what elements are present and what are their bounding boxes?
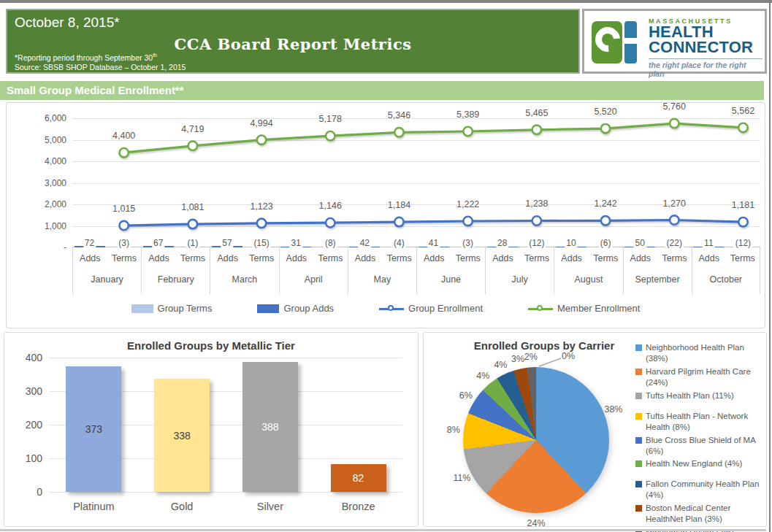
y-axis-tick: 200	[10, 419, 42, 431]
terms-value-label: (6)	[599, 238, 613, 248]
pie-legend-label: Blue Cross Blue Shield of MA (6%)	[646, 435, 764, 457]
top-edge-strip	[0, 0, 772, 3]
gridline	[50, 358, 402, 358]
pie-slice-label: 24%	[527, 518, 545, 528]
member-enrollment-label: 5,760	[663, 101, 686, 112]
member-enrollment-label: 5,520	[594, 107, 616, 117]
adds-value-label: 50	[633, 238, 646, 248]
metallic-tier-bar-chart: Enrolled Groups by Metallic Tier 4003002…	[4, 332, 419, 527]
y-axis-tick: -	[28, 242, 66, 252]
enrollment-combo-chart: 6,0005,0004,0003,0002,0001,000-72(3)67(1…	[6, 102, 765, 328]
pie-slice-label: 3%	[511, 354, 524, 364]
month-label: September	[624, 274, 692, 285]
carrier-chart-title: Enrolled Groups by Carrier	[424, 339, 665, 352]
month-cell: AddsTermsApril	[279, 247, 348, 294]
legend-item-group-enrollment: Group Enrollment	[379, 303, 483, 314]
sub-label-adds: Adds	[698, 253, 719, 263]
member-enrollment-label: 4,400	[112, 131, 135, 141]
month-label: August	[554, 274, 622, 285]
legend-label: Group Enrollment	[408, 303, 483, 314]
pie-legend-label: Harvard Pilgrim Health Care (24%)	[646, 366, 764, 388]
sub-label-adds: Adds	[286, 253, 307, 263]
legend-label: Member Enrollment	[557, 303, 640, 314]
member-enrollment-label: 5,389	[456, 109, 479, 120]
terms-value-label: (12)	[527, 238, 546, 248]
pie-legend-swatch	[635, 413, 642, 420]
sub-label-adds: Adds	[217, 253, 238, 263]
cca-board-report-page: October 8, 2015* CCA Board Report Metric…	[0, 0, 772, 532]
member-enrollment-label: 4,719	[181, 124, 204, 134]
tier-bar-platinum: 373	[66, 366, 121, 492]
tier-category-label: Bronze	[342, 501, 375, 512]
sub-label-terms: Terms	[249, 253, 274, 263]
group-enrollment-label: 1,242	[594, 198, 616, 209]
report-date: October 8, 2015*	[15, 15, 120, 31]
sub-label-adds: Adds	[630, 253, 651, 263]
pie-legend-item: Tufts Health Plan - Network Health (8%)	[635, 411, 764, 433]
sub-label-terms: Terms	[730, 253, 755, 263]
reporting-period-note: *Reporting period through September 30th	[15, 53, 157, 62]
y-axis-tick: 2,000	[28, 199, 66, 209]
sub-label-terms: Terms	[180, 253, 205, 263]
member-enrollment-label: 5,178	[319, 114, 342, 124]
adds-value-label: 72	[83, 238, 96, 248]
tier-bar-silver: 388	[242, 362, 298, 492]
group-enrollment-label: 1,123	[250, 201, 272, 212]
month-cell: AddsTermsJanuary	[72, 247, 141, 294]
carrier-pie	[463, 367, 609, 513]
pie-legend-item: Harvard Pilgrim Health Care (24%)	[635, 366, 764, 388]
group-enrollment-label: 1,081	[181, 202, 204, 212]
pie-slice-label: 11%	[453, 473, 470, 483]
group-enrollment-label: 1,181	[732, 200, 754, 210]
health-connector-logo-icon	[592, 19, 640, 66]
month-cell: AddsTermsFebruary	[141, 247, 210, 294]
legend-swatch	[131, 304, 153, 313]
pie-slice-label: 4%	[494, 360, 507, 370]
terms-value-label: (8)	[324, 238, 337, 248]
sub-label-adds: Adds	[424, 253, 445, 263]
pie-legend-item: Boston Medical Center HealthNet Plan (3%…	[635, 503, 764, 525]
month-cell: AddsTermsMarch	[210, 247, 278, 294]
adds-value-label: 41	[427, 238, 440, 248]
logo-bar-slot	[624, 38, 637, 44]
legend-marker	[537, 305, 543, 311]
month-label: April	[280, 274, 348, 285]
pie-slice-label: 6%	[459, 390, 473, 401]
report-header: October 8, 2015* CCA Board Report Metric…	[6, 9, 580, 74]
chart-legend: Group TermsGroup AddsGroup EnrollmentMem…	[7, 303, 765, 314]
month-label: July	[486, 274, 554, 285]
sub-label-terms: Terms	[524, 253, 549, 263]
tier-category-label: Platinum	[73, 501, 114, 512]
member-enrollment-label: 5,465	[525, 108, 548, 118]
tier-category-label: Silver	[257, 501, 283, 512]
pie-legend-item: Neighborhood Health Plan (38%)	[635, 342, 764, 364]
page-title: CCA Board Report Metrics	[7, 35, 578, 53]
health-connector-logo: MASSACHUSETTS HEALTH CONNECTOR the right…	[582, 9, 767, 74]
sub-label-adds: Adds	[80, 253, 101, 263]
adds-value-label: 11	[703, 238, 714, 248]
month-label: January	[73, 274, 141, 285]
legend-swatch	[257, 304, 279, 313]
legend-line-marker	[528, 304, 553, 313]
pie-legend-label: Fallon Community Health Plan (4%)	[646, 479, 764, 501]
logo-divider	[649, 58, 763, 59]
tier-bar-gold: 338	[154, 379, 210, 492]
pie-legend-swatch	[635, 481, 642, 487]
group-enrollment-label: 1,222	[456, 199, 479, 209]
sub-label-terms: Terms	[387, 253, 412, 263]
month-label: March	[210, 274, 278, 285]
pie-slice-label: 8%	[447, 425, 460, 435]
sub-label-adds: Adds	[148, 253, 169, 263]
sub-label-terms: Terms	[662, 253, 687, 263]
reporting-period-text: *Reporting period through September 30	[15, 53, 153, 62]
sub-label-adds: Adds	[492, 253, 513, 263]
month-cell: AddsTermsOctober	[692, 247, 760, 294]
reporting-period-sup: th	[153, 53, 157, 58]
sub-label-terms: Terms	[456, 253, 481, 263]
carrier-pie-chart: Enrolled Groups by Carrier 38%24%11%8%6%…	[423, 332, 767, 527]
month-cell: AddsTermsJuly	[485, 247, 554, 294]
month-label: February	[142, 274, 210, 285]
zero-pct-leader-line	[538, 355, 568, 369]
pie-legend-swatch	[635, 505, 642, 512]
group-enrollment-label: 1,184	[388, 200, 410, 210]
